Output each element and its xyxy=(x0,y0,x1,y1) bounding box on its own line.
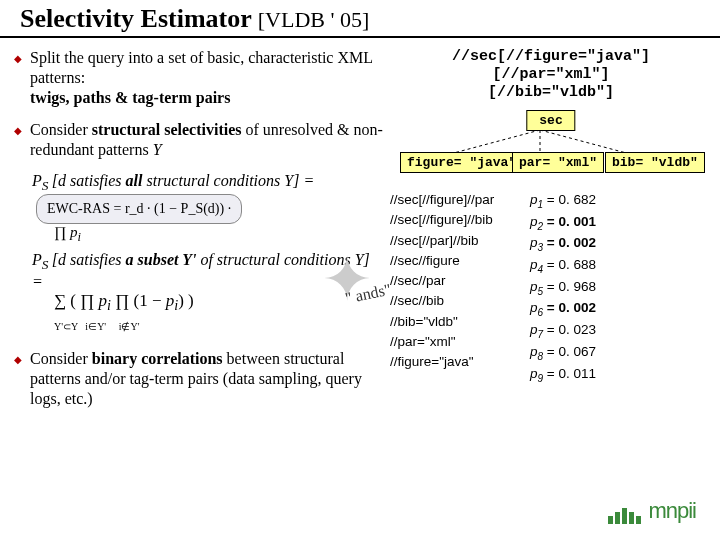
path-cell: //sec[//figure]//bib xyxy=(390,210,530,230)
value-cell: p6 = 0. 002 xyxy=(530,298,712,320)
bullet-2-text: Consider structural selectivities of unr… xyxy=(30,120,384,160)
tree-leaf-figure: figure= "java" xyxy=(400,152,523,173)
value-cell: p7 = 0. 023 xyxy=(530,320,712,342)
path-cell: //sec[//par]//bib xyxy=(390,231,530,251)
path-cell: //par="xml" xyxy=(390,332,530,352)
page-title: Selectivity Estimator [VLDB ' 05] xyxy=(20,4,700,34)
table-values: p1 = 0. 682 p2 = 0. 001 p3 = 0. 002 p4 =… xyxy=(530,190,712,385)
prod-pi: ∏ pi xyxy=(54,224,384,245)
tree-root: sec xyxy=(526,110,575,131)
svg-line-2 xyxy=(540,130,630,154)
tree-leaf-par: par= "xml" xyxy=(512,152,604,173)
path-cell: //sec//par xyxy=(390,271,530,291)
bullet-2: ◆ Consider structural selectivities of u… xyxy=(14,120,384,160)
bullet-1: ◆ Split the query into a set of basic, c… xyxy=(14,48,384,108)
selectivity-table: //sec[//figure]//par //sec[//figure]//bi… xyxy=(390,190,712,385)
xquery-code: //sec[//figure="java"] [//par="xml"] [//… xyxy=(390,48,712,102)
value-cell: p3 = 0. 002 xyxy=(530,233,712,255)
tree-leaf-bib: bib= "vldb" xyxy=(605,152,705,173)
bullet-1-text: Split the query into a set of basic, cha… xyxy=(30,48,384,108)
bullet-icon: ◆ xyxy=(14,125,22,160)
path-cell: //bib="vldb" xyxy=(390,312,530,332)
value-cell: p9 = 0. 011 xyxy=(530,364,712,386)
mpii-logo: mnpii xyxy=(608,498,696,524)
logo-text: mnpii xyxy=(648,498,696,523)
content: ◆ Split the query into a set of basic, c… xyxy=(0,38,720,421)
right-column: //sec[//figure="java"] [//par="xml"] [//… xyxy=(384,48,712,421)
value-cell: p2 = 0. 001 xyxy=(530,212,712,234)
bullet-icon: ◆ xyxy=(14,53,22,108)
left-column: ◆ Split the query into a set of basic, c… xyxy=(14,48,384,421)
title-bar: Selectivity Estimator [VLDB ' 05] xyxy=(0,0,720,38)
table-paths: //sec[//figure]//par //sec[//figure]//bi… xyxy=(390,190,530,385)
value-cell: p4 = 0. 688 xyxy=(530,255,712,277)
title-main: Selectivity Estimator xyxy=(20,4,251,33)
tree-diagram: sec figure= "java" par= "xml" bib= "vldb… xyxy=(390,110,712,180)
title-ref: [VLDB ' 05] xyxy=(258,7,370,32)
value-cell: p5 = 0. 968 xyxy=(530,277,712,299)
logo-bars-icon xyxy=(608,498,643,523)
bullet-icon: ◆ xyxy=(14,354,22,409)
path-cell: //sec//bib xyxy=(390,291,530,311)
ps-all: PS [d satisfies all structural condition… xyxy=(32,172,384,245)
bullet-3: ◆ Consider binary correlations between s… xyxy=(14,349,384,409)
svg-line-0 xyxy=(450,130,540,154)
path-cell: //sec//figure xyxy=(390,251,530,271)
formula-box: EWC-RAS = r_d · (1 − P_S(d)) · xyxy=(36,194,242,224)
value-cell: p1 = 0. 682 xyxy=(530,190,712,212)
value-cell: p8 = 0. 067 xyxy=(530,342,712,364)
path-cell: //figure="java" xyxy=(390,352,530,372)
bullet-3-text: Consider binary correlations between str… xyxy=(30,349,384,409)
path-cell: //sec[//figure]//par xyxy=(390,190,530,210)
